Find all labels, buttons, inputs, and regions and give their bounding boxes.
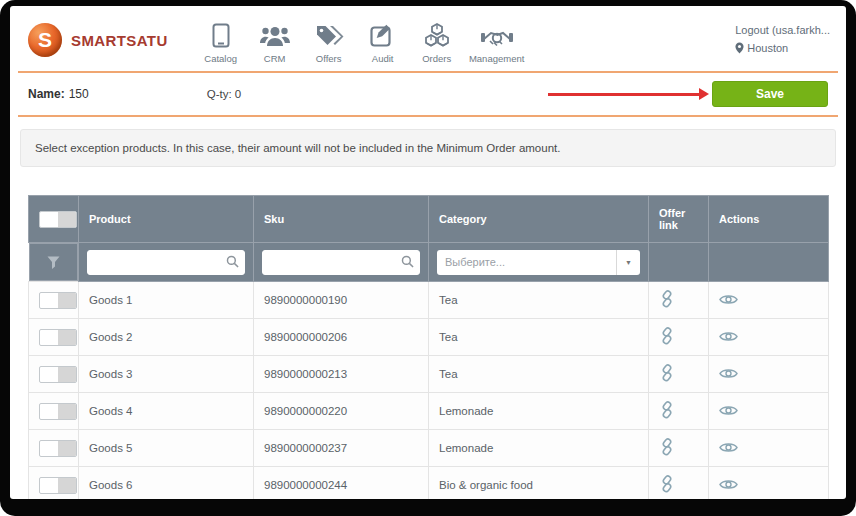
row-toggle[interactable] bbox=[39, 329, 77, 346]
select-all-toggle[interactable] bbox=[39, 211, 77, 228]
table-row: Goods 5 9890000000237 Lemonade bbox=[29, 430, 829, 467]
qty-label: Q-ty: bbox=[207, 88, 232, 100]
notice-box: Select exception products. In this case,… bbox=[20, 129, 836, 167]
nav-item-management[interactable]: Management bbox=[464, 18, 530, 64]
row-select-cell bbox=[29, 430, 79, 467]
crm-icon bbox=[251, 18, 299, 50]
audit-icon bbox=[359, 18, 407, 50]
sku-search-input[interactable] bbox=[262, 250, 420, 275]
column-header-category: Category bbox=[429, 196, 649, 243]
row-toggle[interactable] bbox=[39, 440, 77, 457]
offer-link-icon[interactable] bbox=[659, 364, 675, 382]
table-row: Goods 2 9890000000206 Tea bbox=[29, 319, 829, 356]
offer-link-icon[interactable] bbox=[659, 475, 675, 493]
account-block: Logout (usa.farkh... Houston bbox=[735, 16, 830, 57]
category-select[interactable]: Выберите... ▼ bbox=[437, 250, 640, 275]
nav-label: Catalog bbox=[197, 53, 245, 64]
offer-link-icon[interactable] bbox=[659, 438, 675, 456]
row-toggle[interactable] bbox=[39, 292, 77, 309]
sku-cell: 9890000000244 bbox=[254, 467, 429, 500]
product-cell: Goods 2 bbox=[79, 319, 254, 356]
eye-icon[interactable] bbox=[719, 404, 738, 417]
column-header-offer-link: Offer link bbox=[649, 196, 709, 243]
category-cell: Tea bbox=[429, 356, 649, 393]
orders-icon bbox=[413, 18, 461, 50]
product-search-input[interactable] bbox=[87, 250, 245, 275]
search-icon bbox=[401, 255, 414, 270]
actions-cell bbox=[709, 319, 829, 356]
nav-item-audit[interactable]: Audit bbox=[356, 18, 410, 64]
row-select-cell bbox=[29, 356, 79, 393]
category-cell: Tea bbox=[429, 319, 649, 356]
product-cell: Goods 6 bbox=[79, 467, 254, 500]
product-cell: Goods 3 bbox=[79, 356, 254, 393]
offer-link-cell bbox=[649, 282, 709, 319]
filter-cell-product bbox=[79, 243, 254, 282]
column-header-select bbox=[29, 196, 79, 243]
sku-cell: 9890000000237 bbox=[254, 430, 429, 467]
location-selector[interactable]: Houston bbox=[735, 40, 830, 58]
table-header-row: Product Sku Category Offer link Actions bbox=[29, 196, 829, 243]
actions-cell bbox=[709, 430, 829, 467]
search-icon bbox=[226, 255, 239, 270]
eye-icon[interactable] bbox=[719, 367, 738, 380]
nav-item-orders[interactable]: Orders bbox=[410, 18, 464, 64]
filter-row: Выберите... ▼ bbox=[29, 243, 829, 282]
category-cell: Bio & organic food bbox=[429, 467, 649, 500]
offer-link-cell bbox=[649, 356, 709, 393]
toggle-track bbox=[58, 404, 76, 419]
nav-label: Management bbox=[467, 53, 527, 64]
sku-cell: 9890000000206 bbox=[254, 319, 429, 356]
table-row: Goods 3 9890000000213 Tea bbox=[29, 356, 829, 393]
filter-funnel-icon bbox=[46, 255, 61, 270]
management-icon bbox=[467, 18, 527, 50]
logout-label: Logout (usa.farkh... bbox=[735, 22, 830, 40]
actions-cell bbox=[709, 356, 829, 393]
brand-logo-icon: S bbox=[28, 23, 62, 57]
notice-text: Select exception products. In this case,… bbox=[35, 142, 560, 154]
save-button[interactable]: Save bbox=[712, 81, 828, 107]
nav-label: Offers bbox=[305, 53, 353, 64]
actions-cell bbox=[709, 467, 829, 500]
sku-cell: 9890000000190 bbox=[254, 282, 429, 319]
products-table-wrap: Product Sku Category Offer link Actions bbox=[28, 195, 828, 499]
eye-icon[interactable] bbox=[719, 293, 738, 306]
filter-cell-offer-link bbox=[649, 243, 709, 282]
offer-link-icon[interactable] bbox=[659, 327, 675, 345]
eye-icon[interactable] bbox=[719, 478, 738, 491]
category-select-placeholder: Выберите... bbox=[437, 256, 616, 268]
app-header: S SMARTSATU Catalog CRM Offers bbox=[10, 6, 846, 70]
row-toggle[interactable] bbox=[39, 403, 77, 420]
filter-cell-category: Выберите... ▼ bbox=[429, 243, 649, 282]
nav-label: CRM bbox=[251, 53, 299, 64]
row-toggle[interactable] bbox=[39, 477, 77, 494]
toggle-track bbox=[58, 212, 76, 227]
catalog-icon bbox=[197, 18, 245, 50]
table-row: Goods 6 9890000000244 Bio & organic food bbox=[29, 467, 829, 500]
offer-link-cell bbox=[649, 393, 709, 430]
clear-filter-button[interactable] bbox=[29, 243, 79, 281]
nav-item-offers[interactable]: Offers bbox=[302, 18, 356, 64]
brand-logo[interactable]: S SMARTSATU bbox=[28, 23, 168, 57]
brand-name: SMARTSATU bbox=[71, 32, 168, 49]
screenshot-frame: S SMARTSATU Catalog CRM Offers bbox=[0, 0, 856, 516]
toggle-track bbox=[58, 293, 76, 308]
offer-link-icon[interactable] bbox=[659, 401, 675, 419]
nav-label: Orders bbox=[413, 53, 461, 64]
product-cell: Goods 5 bbox=[79, 430, 254, 467]
eye-icon[interactable] bbox=[719, 441, 738, 454]
category-cell: Lemonade bbox=[429, 430, 649, 467]
offer-link-cell bbox=[649, 467, 709, 500]
row-toggle[interactable] bbox=[39, 366, 77, 383]
logout-link[interactable]: Logout (usa.farkh... bbox=[735, 22, 830, 40]
eye-icon[interactable] bbox=[719, 330, 738, 343]
offer-link-icon[interactable] bbox=[659, 290, 675, 308]
nav-item-catalog[interactable]: Catalog bbox=[194, 18, 248, 64]
nav-item-crm[interactable]: CRM bbox=[248, 18, 302, 64]
toggle-track bbox=[58, 478, 76, 493]
qty-group: Q-ty: 0 bbox=[207, 88, 242, 100]
row-select-cell bbox=[29, 467, 79, 500]
toggle-track bbox=[58, 367, 76, 382]
column-header-product: Product bbox=[79, 196, 254, 243]
offer-link-cell bbox=[649, 319, 709, 356]
